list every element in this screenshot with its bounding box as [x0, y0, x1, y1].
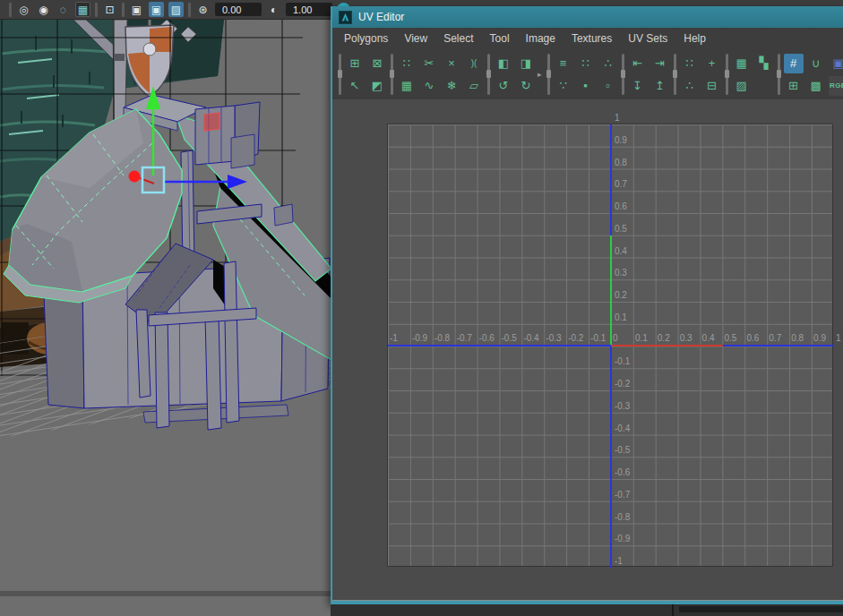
toolbar-group: ◧◨↺↻: [494, 54, 536, 96]
layout-uvs-icon[interactable]: ≡: [554, 54, 573, 73]
align-top-icon[interactable]: ↥: [650, 76, 670, 96]
flip-u-icon[interactable]: ◧: [494, 54, 513, 73]
pane-layout-icon[interactable]: ⊞: [784, 76, 804, 96]
rotate-cw-icon[interactable]: ↻: [516, 76, 536, 96]
u-axis-label: -0.3: [546, 333, 561, 343]
match-uvs-icon[interactable]: ∴: [598, 54, 618, 73]
u-axis-label: 0.5: [725, 333, 737, 343]
magnet-snap-icon[interactable]: ∪: [806, 54, 826, 73]
v-axis-label: -0.4: [615, 424, 630, 433]
toolbar-group-separator[interactable]: [339, 54, 341, 95]
unfold-icon[interactable]: ❄: [442, 76, 461, 96]
v-axis-label: 0.4: [615, 246, 627, 256]
delete-uv-icon[interactable]: ×: [442, 54, 461, 73]
grid-snap-pressed-icon[interactable]: ▦: [75, 2, 90, 17]
align-bottom-icon[interactable]: ↧: [628, 76, 648, 96]
menu-uv-sets[interactable]: UV Sets: [620, 30, 675, 47]
menu-tool[interactable]: Tool: [482, 30, 518, 47]
stack-shells-icon[interactable]: ▪: [576, 76, 596, 96]
toolbar-group: #∪▣⊞▩RGB: [784, 54, 843, 96]
snap-center-icon[interactable]: ◎: [16, 2, 31, 17]
v-axis-label: -1: [615, 556, 623, 566]
toolbar-group-separator[interactable]: [674, 54, 676, 95]
maya-icon: [339, 11, 352, 24]
v-axis-label: -0.7: [615, 490, 630, 500]
split-uv-icon[interactable]: )(: [464, 54, 484, 73]
toolbar-group-separator[interactable]: [547, 54, 550, 95]
texture-toggle-icon[interactable]: ▨: [168, 2, 184, 17]
grid-toggle-icon[interactable]: #: [784, 54, 804, 73]
u-axis-red-segment: [611, 345, 723, 346]
u-axis-label: -0.5: [502, 333, 517, 343]
gather-shells-icon[interactable]: ∵: [554, 76, 573, 96]
statusbar-separator: [122, 3, 125, 17]
align-left-icon[interactable]: ⇤: [628, 54, 648, 73]
toolbar-group-separator[interactable]: [778, 54, 780, 95]
sew-uv-icon[interactable]: ∿: [419, 76, 439, 96]
value-field-1[interactable]: 0.00: [215, 3, 262, 16]
align-right-icon[interactable]: ⇥: [650, 54, 670, 73]
image-range-icon[interactable]: ▨: [732, 76, 752, 96]
merge-points-icon[interactable]: ∴: [680, 76, 700, 96]
add-divisions-icon[interactable]: ▦: [397, 76, 417, 96]
u-axis-label: 1: [836, 333, 841, 343]
dim-image-icon[interactable]: ▩: [806, 76, 826, 96]
menu-view[interactable]: View: [396, 30, 435, 47]
cut-uv-edge-icon[interactable]: ✂: [419, 54, 439, 73]
u-axis-label: -0.4: [523, 333, 538, 343]
toolbar-group-separator[interactable]: [391, 54, 393, 95]
selected-face[interactable]: [204, 113, 219, 131]
move-uv-shell-icon[interactable]: ⊠: [367, 54, 387, 73]
spread-shells-icon[interactable]: ▫: [598, 76, 618, 96]
uv-editor-titlebar[interactable]: UV Editor: [332, 6, 843, 28]
flip-v-icon[interactable]: ◨: [516, 54, 536, 73]
snap-circles-icon[interactable]: ◉: [36, 2, 51, 17]
v-axis-label: 0.3: [615, 268, 627, 278]
grab-uv-icon[interactable]: ∷: [397, 54, 417, 73]
u-axis-label: -0.2: [568, 333, 583, 343]
relax-uv-icon[interactable]: ▱: [464, 76, 484, 96]
select-shortest-edge-icon[interactable]: ↖: [345, 76, 365, 96]
toolbar-group-separator[interactable]: [622, 54, 624, 95]
snap-points-icon[interactable]: ∷: [680, 54, 700, 73]
menu-help[interactable]: Help: [675, 30, 714, 47]
v-axis-label: -0.5: [615, 445, 630, 455]
shrink-texture-icon[interactable]: ▚: [754, 54, 774, 73]
uv-grid-plane[interactable]: -1-0.9-0.8-0.7-0.6-0.5-0.4-0.3-0.2-0.100…: [387, 124, 833, 567]
uv-editor-window[interactable]: UV Editor PolygonsViewSelectToolImageTex…: [331, 6, 843, 604]
toolbar-group-separator[interactable]: [487, 54, 490, 95]
copy-squares-icon[interactable]: ▣: [129, 2, 144, 17]
toolbar-group-separator[interactable]: [726, 54, 728, 95]
uv-lattice-icon[interactable]: ⊞: [345, 54, 365, 73]
toolbar-group: ▦▚▨: [732, 54, 774, 96]
rgb-channels-icon[interactable]: RGB: [829, 76, 843, 96]
u-axis-label: -0.7: [457, 333, 472, 343]
menu-image[interactable]: Image: [518, 30, 563, 47]
menu-polygons[interactable]: Polygons: [336, 30, 396, 47]
add-shell-icon[interactable]: +: [702, 54, 722, 73]
u-axis-label: 0.9: [813, 333, 826, 343]
menu-textures[interactable]: Textures: [563, 30, 620, 47]
uv-editor-canvas[interactable]: -1-0.9-0.8-0.7-0.6-0.5-0.4-0.3-0.2-0.100…: [332, 99, 843, 601]
remove-face-icon[interactable]: ⊟: [702, 76, 722, 96]
menu-select[interactable]: Select: [435, 30, 481, 47]
toolbar-group: ⇤⇥↧↥: [628, 54, 670, 96]
toolbar-group: ∷+∴⊟: [680, 54, 722, 96]
manipulator-z-handle[interactable]: [129, 171, 141, 183]
u-axis-label: 0.2: [658, 333, 670, 343]
select-shell-icon[interactable]: ◩: [367, 76, 387, 96]
snap-together-icon[interactable]: ∷: [576, 54, 596, 73]
layers-toggle-icon[interactable]: ▣: [149, 2, 164, 17]
v-axis-label: 1: [615, 113, 620, 123]
copy-paste-uv-icon[interactable]: ▣: [829, 54, 843, 73]
toolbar-group: ≡∷∴∵▪▫: [554, 54, 618, 96]
toolbar-expander-icon[interactable]: ▸: [538, 70, 542, 79]
perspective-viewport[interactable]: [0, 20, 331, 616]
rotate-ccw-icon[interactable]: ↺: [494, 76, 513, 96]
marquee-select-icon[interactable]: ⊡: [102, 2, 117, 17]
snap-ring-icon[interactable]: ◌: [56, 2, 71, 17]
render-aperture-icon[interactable]: ⊛: [195, 2, 211, 17]
half-circle-icon[interactable]: ◐: [266, 2, 281, 17]
image-display-icon[interactable]: ▦: [732, 54, 752, 73]
value-field-2[interactable]: 1.00: [286, 3, 332, 16]
